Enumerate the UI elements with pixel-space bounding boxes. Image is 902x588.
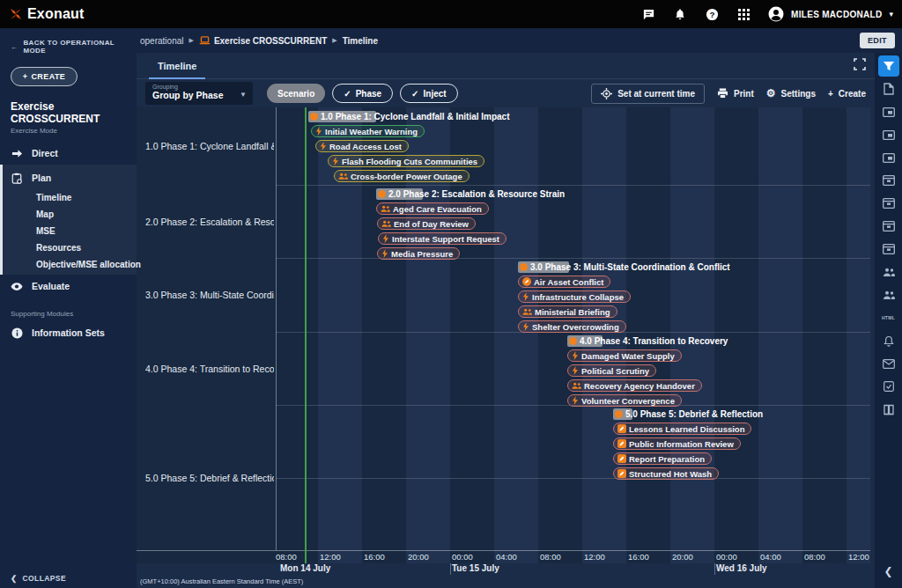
create-button[interactable]: + CREATE	[11, 67, 78, 86]
note-check-icon[interactable]	[878, 376, 899, 397]
exercise-title: Exercise CROSSCURRENT	[0, 93, 137, 125]
phase-status-icon	[615, 410, 623, 418]
inject-item[interactable]: Ministerial Briefing	[518, 305, 617, 318]
fullscreen-icon[interactable]	[854, 58, 866, 74]
flash-icon	[315, 127, 322, 136]
apps-icon[interactable]	[736, 7, 750, 21]
main-area: operational ▶ Exercise CROSSCURRENT ▶ Ti…	[137, 28, 902, 588]
inject-item[interactable]: Shelter Overcrowding	[518, 320, 626, 333]
inject-item[interactable]: Recovery Agency Handover	[567, 379, 702, 392]
card-icon[interactable]	[878, 101, 899, 122]
inject-item[interactable]: Cross-border Power Outage	[334, 170, 469, 182]
timeline-chart[interactable]: 08:0012:0016:0020:0000:0004:0008:0012:00…	[137, 107, 870, 563]
archive-icon[interactable]	[878, 170, 899, 191]
app-logo: Exonaut	[9, 6, 85, 22]
phase-bar[interactable]: 5.0 Phase 5: Debrief & Reflection	[613, 408, 632, 420]
back-to-operational-mode-link[interactable]: ← BACK TO OPERATIONAL MODE	[0, 28, 137, 60]
filter-icon[interactable]	[878, 55, 899, 77]
user-menu[interactable]: MILES MACDONALD ▾	[768, 6, 893, 22]
phase-row-label: 5.0 Phase 5: Debrief & Reflection	[145, 473, 274, 483]
chip-scenario[interactable]: Scenario	[267, 84, 325, 103]
collapse-sidebar-button[interactable]: ❮ COLLAPSE	[11, 574, 66, 583]
sidebar-item-map[interactable]: Map	[3, 206, 137, 223]
file-icon[interactable]	[878, 78, 899, 99]
note-icon	[617, 454, 626, 463]
inject-item[interactable]: Political Scrutiny	[567, 364, 656, 377]
create-inject-button[interactable]: + Create	[828, 89, 866, 99]
people-icon	[522, 308, 532, 315]
time-tick-label: 08:00	[804, 552, 825, 562]
sidebar-item-evaluate[interactable]: Evaluate	[0, 275, 137, 298]
inject-item[interactable]: Report Preparation	[613, 452, 712, 465]
inject-item[interactable]: Initial Weather Warning	[311, 125, 425, 137]
sidebar-item-timeline[interactable]: Timeline	[3, 189, 137, 206]
sidebar-item-resources[interactable]: Resources	[3, 239, 137, 256]
inject-label: Lessons Learned Discussion	[629, 424, 744, 434]
phase-bar[interactable]: 1.0 Phase 1: Cyclone Landfall & Initial …	[308, 111, 376, 122]
sidebar-item-information-sets[interactable]: Information Sets	[0, 321, 137, 344]
phase-status-icon	[310, 113, 318, 121]
phase-bar[interactable]: 4.0 Phase 4: Transition to Recovery	[567, 335, 603, 347]
set-at-current-time-button[interactable]: Set at current time	[591, 84, 705, 104]
card-icon[interactable]	[878, 147, 899, 168]
breadcrumb-separator-icon: ▶	[332, 37, 336, 44]
flash-icon	[572, 351, 579, 360]
people-outline-icon[interactable]	[878, 284, 899, 305]
chip-inject[interactable]: ✓Inject	[400, 84, 458, 103]
chat-icon[interactable]	[641, 7, 655, 21]
flash-icon	[522, 322, 529, 331]
phase-bar[interactable]: 2.0 Phase 2: Escalation & Resource Strai…	[376, 188, 423, 200]
breadcrumb: operational ▶ Exercise CROSSCURRENT ▶ Ti…	[137, 28, 902, 53]
inject-item[interactable]: Damaged Water Supply	[567, 349, 682, 362]
inject-item[interactable]: Media Pressure	[377, 247, 460, 260]
current-time-line	[305, 107, 307, 563]
inject-item[interactable]: Volunteer Convergence	[567, 394, 682, 407]
grid-stripe	[847, 107, 870, 563]
date-label: Mon 14 July	[280, 563, 330, 573]
collapse-rail-chevron-icon[interactable]: ❮	[884, 565, 892, 577]
time-axis-line	[137, 550, 870, 551]
sidebar-item-direct[interactable]: Direct	[0, 142, 137, 165]
inject-item[interactable]: Road Access Lost	[315, 140, 409, 152]
inject-item[interactable]: End of Day Review	[377, 217, 476, 230]
phase-bar-label: 2.0 Phase 2: Escalation & Resource Strai…	[388, 188, 565, 200]
sidebar-item-mse[interactable]: MSE	[3, 223, 137, 239]
sidebar-item-plan[interactable]: Plan	[3, 166, 137, 189]
bell-icon[interactable]	[673, 7, 687, 21]
archive-icon[interactable]	[878, 216, 899, 237]
inject-item[interactable]: Lessons Learned Discussion	[613, 423, 751, 435]
breadcrumb-exercise[interactable]: Exercise CROSSCURRENT	[214, 36, 327, 46]
grouping-select[interactable]: Grouping Group by Phase ▼	[145, 82, 253, 105]
inject-item[interactable]: Air Asset Conflict	[518, 276, 610, 288]
archive-icon[interactable]	[878, 239, 899, 260]
inject-item[interactable]: Aged Care Evacuation	[376, 202, 489, 215]
inject-label: Recovery Agency Handover	[584, 381, 695, 391]
settings-button[interactable]: ⚙ Settings	[766, 87, 816, 99]
phase-bar[interactable]: 3.0 Phase 3: Multi-State Coordination & …	[518, 261, 569, 273]
inject-item[interactable]: Infrastructure Collapse	[518, 290, 631, 303]
inject-item[interactable]: Interstate Support Request	[378, 232, 506, 245]
tab-timeline[interactable]: Timeline	[145, 53, 209, 79]
inject-item[interactable]: Flash Flooding Cuts Communities	[328, 155, 484, 167]
breadcrumb-operational[interactable]: operational	[140, 36, 183, 46]
phase-status-icon	[378, 190, 386, 198]
archive-icon[interactable]	[878, 193, 899, 214]
edit-button[interactable]: EDIT	[860, 33, 895, 48]
print-button[interactable]: Print	[717, 88, 754, 99]
sidebar-group-plan: Plan Timeline Map MSE Resources Objectiv…	[0, 165, 137, 275]
people-outline-icon[interactable]	[878, 261, 899, 283]
inject-item[interactable]: Public Information Review	[613, 437, 741, 450]
breadcrumb-timeline[interactable]: Timeline	[343, 36, 378, 46]
help-icon[interactable]: ?	[705, 7, 719, 21]
bell-outline-icon[interactable]	[878, 330, 899, 351]
sidebar-item-objective-mse-allocation[interactable]: Objective/MSE allocation	[3, 256, 137, 273]
time-tick-label: 12:00	[320, 552, 341, 562]
chip-phase[interactable]: ✓Phase	[332, 84, 393, 103]
flash-icon	[382, 234, 389, 243]
inject-label: Interstate Support Request	[392, 234, 499, 244]
html-icon[interactable]: HTML	[878, 307, 899, 328]
mail-icon[interactable]	[878, 353, 899, 374]
book-icon[interactable]	[878, 399, 899, 420]
card-icon[interactable]	[878, 124, 899, 145]
inject-item[interactable]: Structured Hot Wash	[613, 467, 719, 480]
